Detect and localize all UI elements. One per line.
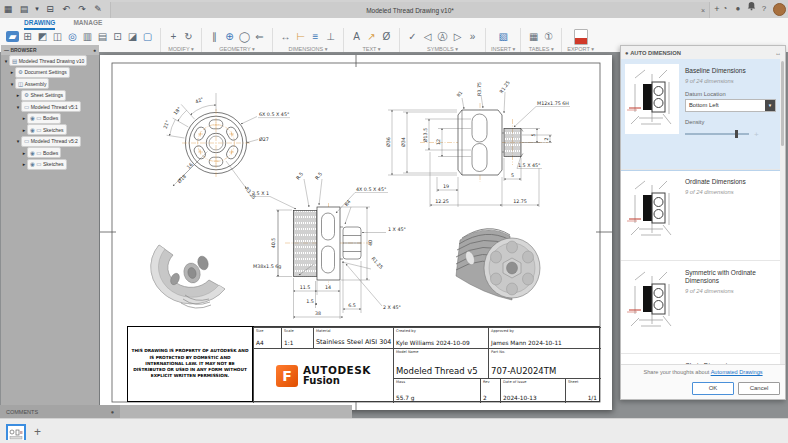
table-icon[interactable]: ▦ [526, 29, 541, 45]
front-view[interactable]: 42° 18° 21° 6X 0.5 X 45° Ø27 16 Ø18 R3.2… [163, 93, 290, 200]
redo-icon[interactable]: ↷ [74, 0, 90, 18]
leader-note-icon[interactable]: ↗ [364, 29, 379, 45]
datum-identifier-icon[interactable]: ▷ [450, 29, 465, 45]
welding-symbol-icon[interactable]: ◁ [420, 29, 435, 45]
edge-extension-icon[interactable]: ⇐ [252, 29, 267, 45]
tree-item-sketches-1[interactable]: ▸ ◉▭Sketches [1, 124, 99, 136]
density-slider-thumb[interactable] [735, 130, 739, 138]
save-icon[interactable]: ⊟ [42, 0, 58, 18]
edge-symbol-icon[interactable]: » [465, 29, 480, 45]
circle-icon[interactable]: ◯ [237, 29, 252, 45]
eye-icon[interactable]: ◉ [30, 150, 35, 156]
hole-note-icon[interactable]: Ø [379, 29, 394, 45]
section-view-icon[interactable]: ◫ [50, 29, 65, 45]
app-grid-icon[interactable]: ▦ [0, 0, 16, 18]
notification-bell-icon[interactable] [745, 0, 757, 18]
svg-text:11.5: 11.5 [300, 285, 311, 290]
cell-material: Material Stainless Steel AISI 304 [313, 327, 393, 348]
sheet-tab-1[interactable] [6, 424, 26, 440]
geometric-dimension-icon[interactable]: ⊥ [323, 29, 338, 45]
sketch-icon[interactable]: ▢ [140, 29, 155, 45]
comments-tab[interactable]: COMMENTS ● [0, 405, 120, 418]
svg-text:6X 0.5 X 45°: 6X 0.5 X 45° [259, 112, 289, 117]
eye-icon[interactable]: ◉ [30, 161, 35, 167]
panel-resize-icon[interactable]: ↔ [775, 50, 781, 56]
cell-part-no: Part No. 707-AU2024TM [488, 348, 601, 378]
comments-bar: COMMENTS ● [0, 405, 352, 418]
projected-view-icon[interactable]: ⊞ [20, 29, 35, 45]
break-view-icon[interactable]: ▥ [80, 29, 95, 45]
automated-drawings-link[interactable]: Automated Drawings [711, 369, 763, 375]
close-tab-icon[interactable]: × [701, 7, 705, 14]
tree-item-assembly[interactable]: ▾ ◫Assembly [1, 78, 99, 90]
ordinate-dimension-icon[interactable]: ⊢ [293, 29, 308, 45]
card-subtitle: 9 of 24 dimensions [685, 189, 746, 195]
end-view[interactable]: Ø36 Ø34 Ø13.5 12 5 2 M12x1.75 6H 1.5 X 4… [386, 80, 570, 207]
tree-item-document-settings[interactable]: ▸ ⚙Document Settings [1, 67, 99, 79]
job-status-icon[interactable]: ● [732, 0, 744, 18]
card-baseline-dimensions[interactable]: Baseline Dimensions 9 of 24 dimensions D… [621, 59, 780, 170]
tree-item-thread-v5-1[interactable]: ▾ ▭Modeled Thread v5:1 [1, 101, 99, 113]
datum-location-select[interactable]: Bottom Left ▾ [685, 99, 776, 112]
baseline-dimension-icon[interactable]: ≡ [308, 29, 323, 45]
tree-item-bodies-1[interactable]: ▸ ◉▭Bodies [1, 113, 99, 125]
collapse-icon[interactable]: — [4, 47, 9, 53]
cancel-button[interactable]: Cancel [738, 382, 780, 395]
document-tab-title: Modeled Thread Drawing v10* [366, 7, 454, 14]
document-tab[interactable]: Modeled Thread Drawing v10* × [110, 2, 710, 18]
card-ordinate-dimensions[interactable]: Ordinate Dimensions 9 of 24 dimensions [621, 170, 780, 261]
tree-item-sheet-settings[interactable]: ▸ ⚙Sheet Settings [1, 90, 99, 102]
surface-texture-icon[interactable]: ✓ [405, 29, 420, 45]
svg-text:R3.75: R3.75 [477, 82, 482, 96]
tree-item-bodies-2[interactable]: ▸ ◉▭Bodies [1, 147, 99, 159]
svg-text:1.5 X 45°: 1.5 X 45° [518, 163, 540, 168]
eye-icon[interactable]: ◉ [30, 115, 35, 121]
svg-text:M38x1.5 6g: M38x1.5 6g [253, 264, 281, 269]
edit-icon[interactable]: ✎ [90, 0, 106, 18]
avatar[interactable] [773, 3, 786, 16]
detail-view-icon[interactable]: ◎ [65, 29, 80, 45]
sheet-thumbnail [8, 428, 24, 440]
tree-item-drawing-root[interactable]: ▾ ▤Modeled Thread Drawing v10 [1, 55, 99, 67]
move-icon[interactable]: + [166, 29, 181, 45]
svg-text:2 X 45°: 2 X 45° [383, 305, 401, 310]
iso-cutaway-view[interactable] [151, 245, 225, 308]
comments-label: COMMENTS [6, 409, 38, 415]
file-menu-icon[interactable]: ▤ [16, 0, 32, 18]
base-view-icon[interactable]: ▰ [6, 31, 19, 42]
rotate-icon[interactable]: ↻ [181, 29, 196, 45]
shaded-view-icon[interactable]: ◪ [125, 29, 140, 45]
center-mark-icon[interactable]: ⊕ [222, 29, 237, 45]
linear-dimension-icon[interactable]: ↔ [278, 29, 293, 45]
svg-text:5: 5 [531, 133, 536, 136]
panel-scrollbar[interactable] [780, 59, 785, 365]
card-symmetric-ordinate-dimensions[interactable]: Symmetric with Ordinate Dimensions 9 of … [621, 261, 780, 354]
extensions-icon[interactable]: ◔ [719, 0, 731, 18]
feature-control-frame-icon[interactable]: Ⓐ [435, 29, 450, 45]
export-pdf-icon[interactable] [574, 29, 588, 45]
breakout-view-icon[interactable]: ▤ [95, 29, 110, 45]
panel-dot-icon: ● [625, 50, 629, 56]
text-icon[interactable]: A [349, 29, 364, 45]
crop-view-icon[interactable]: ⊡ [110, 29, 125, 45]
eye-icon[interactable]: ◉ [30, 127, 35, 133]
density-plus-icon[interactable]: + [754, 130, 759, 139]
cell-model-name: Model Name Modeled Thread v5 [393, 348, 488, 378]
ok-button[interactable]: OK [692, 382, 734, 395]
iso-shaded-view[interactable] [456, 229, 540, 300]
balloon-icon[interactable]: ① [541, 29, 556, 45]
parallel-lines-icon[interactable]: ∥ [207, 29, 222, 45]
datum-location-label: Datum Location [685, 91, 776, 97]
tree-item-thread-v5-2[interactable]: ▾ ▭Modeled Thread v5:2 [1, 136, 99, 148]
file-caret-icon[interactable]: ▾ [32, 0, 42, 18]
help-icon[interactable]: ? [758, 0, 770, 18]
drawing-sheet[interactable]: 42° 18° 21° 6X 0.5 X 45° Ø27 16 Ø18 R3.2… [100, 55, 612, 410]
insert-image-icon[interactable]: ▧ [496, 29, 511, 45]
add-sheet-button[interactable]: + [34, 425, 41, 439]
density-slider[interactable] [685, 133, 749, 135]
undo-icon[interactable]: ↶ [58, 0, 74, 18]
auxiliary-view-icon[interactable]: ◩ [35, 29, 50, 45]
browser-dot-icon[interactable]: ● [93, 47, 96, 53]
tree-item-sketches-2[interactable]: ▸ ◉▭Sketches [1, 159, 99, 171]
side-view[interactable]: 40.5 40 3.5 X 1 R.5 R.5 4X 0.5 X 45° R4 … [251, 171, 406, 319]
